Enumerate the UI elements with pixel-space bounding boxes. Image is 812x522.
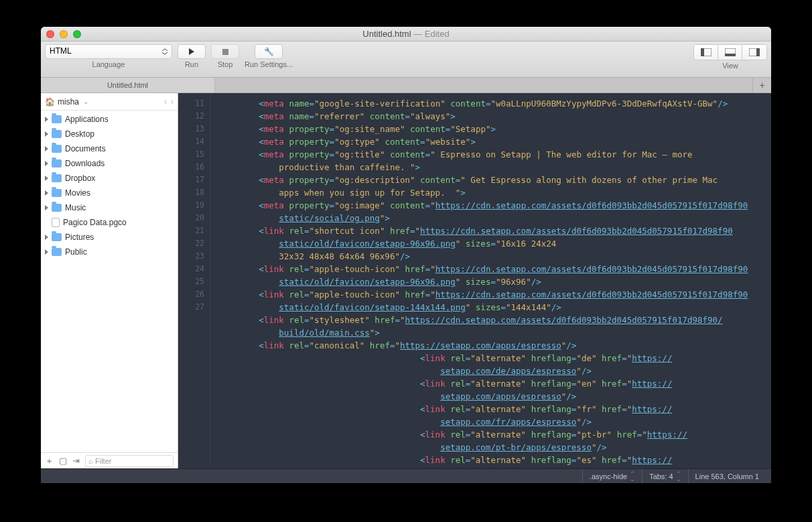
path-nav: ‹ › xyxy=(164,97,174,107)
language-select[interactable]: HTML xyxy=(45,44,172,59)
file-icon xyxy=(52,218,60,227)
view-segmented xyxy=(693,44,767,60)
folder-icon xyxy=(52,145,62,153)
disclosure-icon[interactable] xyxy=(45,117,48,122)
svg-rect-1 xyxy=(701,48,704,56)
disclosure-icon[interactable] xyxy=(45,176,48,181)
folder-icon xyxy=(52,174,62,182)
stop-label: Stop xyxy=(218,60,233,68)
tree-item[interactable]: Music xyxy=(41,200,178,215)
tree-item[interactable]: Public xyxy=(41,245,178,259)
folder-icon xyxy=(52,130,62,138)
file-tab[interactable]: Untitled.html xyxy=(41,78,215,92)
tree-item-label: Movies xyxy=(65,188,90,198)
folder-icon xyxy=(52,248,62,256)
disclosure-icon[interactable] xyxy=(45,205,48,210)
svg-rect-3 xyxy=(725,54,736,56)
disclosure-icon[interactable] xyxy=(45,146,48,151)
window-title: Untitled.html — Edited xyxy=(41,29,771,39)
status-bar: .async-hide⌃⌄ Tabs: 4⌃⌄ Line 563, Column… xyxy=(41,468,771,483)
tree-item-label: Dropbox xyxy=(65,174,95,183)
add-icon[interactable]: ＋ xyxy=(45,455,54,467)
view-right-button[interactable] xyxy=(742,45,766,60)
folder-icon xyxy=(52,189,62,197)
path-user: misha xyxy=(58,97,79,107)
code-editor[interactable]: 1112131415161718192021222324252627 <meta… xyxy=(178,93,771,468)
stop-icon xyxy=(222,49,228,55)
run-label: Run xyxy=(185,60,198,68)
tree-item-label: Pagico Data.pgco xyxy=(63,218,127,227)
tab-spacer: + xyxy=(215,77,771,92)
search-icon: ⌕ xyxy=(88,457,93,465)
tree-item[interactable]: Movies xyxy=(41,186,178,200)
tree-item[interactable]: Pagico Data.pgco xyxy=(41,215,178,230)
tree-item-label: Downloads xyxy=(65,159,105,168)
disclosure-icon[interactable] xyxy=(45,190,48,196)
disclosure-icon[interactable] xyxy=(45,161,48,166)
disclosure-icon[interactable] xyxy=(45,249,48,255)
sidebar-bottom: ＋ ▢ ⇥ ⌕ Filter xyxy=(41,452,178,468)
folder-icon xyxy=(52,115,62,123)
nav-back-icon[interactable]: ‹ xyxy=(164,97,167,107)
tree-item-label: Music xyxy=(65,203,86,212)
code-area[interactable]: <meta name="google-site-verification" co… xyxy=(210,93,771,468)
tree-item[interactable]: Applications xyxy=(41,112,178,127)
editor-window: Untitled.html — Edited HTML Language Run… xyxy=(41,27,771,483)
open-external-icon[interactable]: ⇥ xyxy=(72,456,80,466)
folder-icon xyxy=(52,159,62,168)
wrench-icon: 🔧 xyxy=(264,47,273,56)
tree-item-label: Documents xyxy=(65,144,106,153)
stop-button[interactable] xyxy=(211,44,239,59)
file-tree[interactable]: ApplicationsDesktopDocumentsDownloadsDro… xyxy=(41,111,178,452)
line-gutter: 1112131415161718192021222324252627 xyxy=(178,93,210,468)
tree-item-label: Public xyxy=(65,247,87,257)
tree-item[interactable]: Documents xyxy=(41,141,178,156)
filter-input[interactable]: ⌕ Filter xyxy=(85,455,174,467)
chevron-down-icon: ⌄ xyxy=(83,98,88,105)
run-settings-button[interactable]: 🔧 xyxy=(255,44,283,59)
tree-item-label: Applications xyxy=(65,115,109,124)
status-indent[interactable]: Tabs: 4⌃⌄ xyxy=(642,469,687,483)
disclosure-icon[interactable] xyxy=(45,131,48,137)
tree-item-label: Desktop xyxy=(65,129,94,139)
view-left-button[interactable] xyxy=(694,45,718,60)
language-label: Language xyxy=(92,60,125,68)
tree-item[interactable]: Downloads xyxy=(41,156,178,171)
titlebar[interactable]: Untitled.html — Edited xyxy=(41,27,771,42)
folder-icon xyxy=(52,204,62,212)
run-settings-label: Run Settings... xyxy=(245,60,293,68)
play-icon xyxy=(189,48,194,55)
status-position: Line 563, Column 1 xyxy=(688,469,766,483)
toolbar: HTML Language Run Stop 🔧 Run Settings...… xyxy=(41,42,771,78)
new-tab-button[interactable]: + xyxy=(752,78,771,92)
view-bottom-button[interactable] xyxy=(718,45,742,60)
tree-item[interactable]: Dropbox xyxy=(41,171,178,186)
tree-item[interactable]: Desktop xyxy=(41,127,178,141)
new-folder-icon[interactable]: ▢ xyxy=(59,456,67,466)
disclosure-icon[interactable] xyxy=(45,235,48,240)
path-bar[interactable]: 🏠 misha ⌄ ‹ › xyxy=(41,93,178,111)
svg-rect-5 xyxy=(756,48,760,56)
nav-forward-icon[interactable]: › xyxy=(171,97,174,107)
tab-bar: Untitled.html + xyxy=(41,78,771,93)
tree-item[interactable]: Pictures xyxy=(41,230,178,245)
run-button[interactable] xyxy=(178,44,206,59)
file-browser-sidebar: 🏠 misha ⌄ ‹ › ApplicationsDesktopDocumen… xyxy=(41,93,178,468)
home-icon: 🏠 xyxy=(45,97,55,107)
view-label: View xyxy=(722,62,738,70)
status-class[interactable]: .async-hide⌃⌄ xyxy=(582,469,642,483)
folder-icon xyxy=(52,233,62,241)
tree-item-label: Pictures xyxy=(65,233,94,242)
